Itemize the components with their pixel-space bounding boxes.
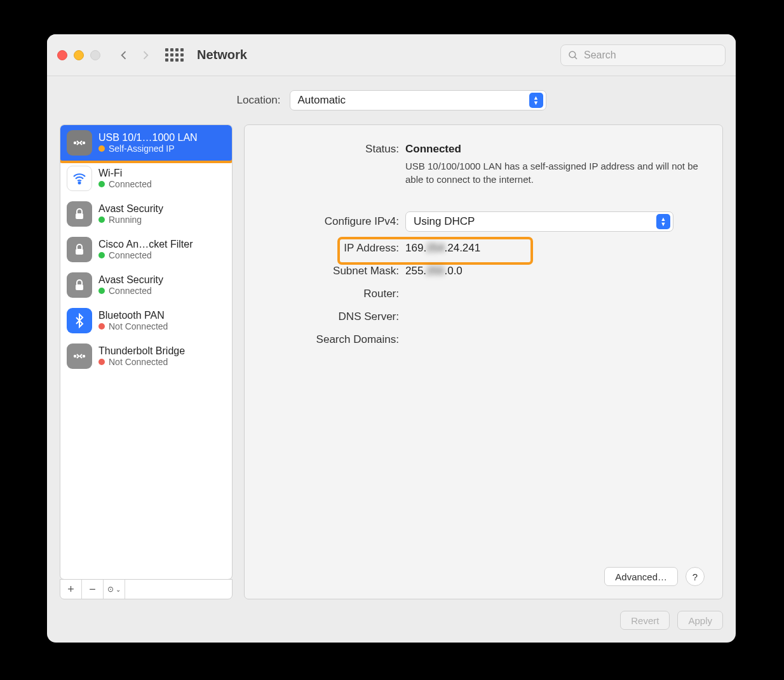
sidebar-container: USB 10/1…1000 LAN Self-Assigned IP Wi-Fi [60, 124, 233, 599]
footer: Revert Apply [60, 599, 723, 630]
configure-ipv4-value: Using DHCP [414, 215, 475, 228]
status-value: Connected [405, 143, 705, 156]
sidebar-item-status: Self-Assigned IP [109, 143, 175, 154]
svg-point-3 [83, 142, 84, 143]
content-area: Location: Automatic ▲▼ [47, 76, 736, 643]
apply-button: Apply [677, 611, 723, 630]
help-button[interactable]: ? [686, 567, 705, 586]
interface-actions-menu[interactable]: ⊙⌄ [104, 580, 125, 599]
search-domains-label: Search Domains: [262, 333, 405, 346]
main-row: USB 10/1…1000 LAN Self-Assigned IP Wi-Fi [60, 124, 723, 599]
minimize-window-button[interactable] [74, 50, 84, 60]
svg-point-2 [74, 142, 76, 143]
svg-line-1 [574, 57, 577, 59]
sidebar-item-bluetooth[interactable]: Bluetooth PAN Not Connected [60, 303, 232, 338]
status-description: USB 10/100/1000 LAN has a self-assigned … [405, 159, 705, 186]
configure-ipv4-select[interactable]: Using DHCP ▲▼ [405, 211, 673, 232]
svg-point-8 [74, 356, 76, 357]
sidebar-item-status: Connected [109, 179, 152, 189]
wifi-icon [67, 166, 92, 191]
window-title: Network [197, 48, 247, 62]
advanced-button[interactable]: Advanced… [604, 567, 678, 586]
svg-point-9 [83, 356, 84, 357]
select-stepper-icon: ▲▼ [656, 214, 670, 229]
zoom-window-button [90, 50, 100, 60]
sidebar-item-title: Bluetooth PAN [98, 310, 226, 321]
revert-button: Revert [620, 611, 670, 630]
ip-address-value: 169.254.24.241 [405, 242, 705, 255]
router-label: Router: [262, 288, 405, 300]
sidebar-item-avast-2[interactable]: Avast Security Connected [60, 267, 232, 303]
status-label: Status: [262, 143, 405, 156]
svg-point-0 [569, 51, 576, 58]
search-icon [567, 50, 579, 61]
detail-pane: Status: Connected USB 10/100/1000 LAN ha… [244, 124, 723, 599]
sidebar-item-cisco[interactable]: Cisco An…cket Filter Connected [60, 232, 232, 267]
sidebar-item-title: Wi-Fi [98, 168, 226, 179]
select-stepper-icon: ▲▼ [529, 93, 543, 108]
toolbar: Network [47, 34, 736, 76]
sidebar-item-title: Thunderbolt Bridge [98, 345, 226, 357]
ethernet-icon [67, 130, 92, 156]
remove-interface-button[interactable]: − [82, 580, 104, 599]
sidebar-item-status: Not Connected [109, 357, 168, 367]
sidebar-item-title: Avast Security [98, 203, 226, 215]
sidebar-item-thunderbolt[interactable]: Thunderbolt Bridge Not Connected [60, 338, 232, 374]
location-label: Location: [237, 94, 281, 107]
svg-rect-6 [76, 249, 83, 255]
location-select[interactable]: Automatic ▲▼ [290, 90, 546, 110]
ip-address-label: IP Address: [262, 242, 405, 255]
sidebar-item-title: USB 10/1…1000 LAN [98, 132, 226, 143]
sidebar-item-usb-lan[interactable]: USB 10/1…1000 LAN Self-Assigned IP [60, 125, 232, 161]
network-preferences-window: Network Location: Automatic ▲▼ [47, 34, 736, 643]
lock-icon [67, 237, 92, 262]
sidebar-item-status: Connected [109, 286, 152, 296]
back-button[interactable] [116, 45, 132, 65]
network-interfaces-list: USB 10/1…1000 LAN Self-Assigned IP Wi-Fi [60, 124, 233, 580]
close-window-button[interactable] [57, 50, 67, 60]
sidebar-item-avast-1[interactable]: Avast Security Running [60, 196, 232, 232]
svg-rect-7 [76, 284, 83, 290]
sidebar-item-title: Avast Security [98, 274, 226, 286]
forward-button [137, 45, 154, 65]
svg-rect-5 [76, 213, 83, 219]
add-interface-button[interactable]: + [60, 580, 82, 599]
sidebar-item-wifi[interactable]: Wi-Fi Connected [60, 161, 232, 196]
search-field[interactable] [560, 44, 726, 66]
sidebar-controls-spacer [125, 580, 232, 599]
window-controls [57, 50, 100, 60]
sidebar-controls: + − ⊙⌄ [60, 579, 233, 599]
bluetooth-icon [67, 308, 92, 333]
subnet-mask-value: 255.255.0.0 [405, 265, 705, 277]
dns-server-label: DNS Server: [262, 310, 405, 323]
sidebar-item-status: Not Connected [109, 321, 168, 331]
chevron-right-icon [139, 49, 152, 62]
lock-icon [67, 272, 92, 298]
sidebar-item-title: Cisco An…cket Filter [98, 239, 226, 250]
chevron-left-icon [118, 49, 130, 62]
search-input[interactable] [584, 50, 719, 61]
show-all-preferences-button[interactable] [165, 46, 183, 64]
lock-icon [67, 201, 92, 227]
sidebar-item-status: Running [109, 215, 142, 225]
sidebar-item-status: Connected [109, 250, 152, 260]
subnet-mask-label: Subnet Mask: [262, 265, 405, 277]
ethernet-icon [67, 343, 92, 369]
location-row: Location: Automatic ▲▼ [60, 90, 723, 110]
svg-point-4 [79, 182, 81, 184]
configure-ipv4-label: Configure IPv4: [262, 215, 405, 228]
location-value: Automatic [298, 94, 346, 107]
